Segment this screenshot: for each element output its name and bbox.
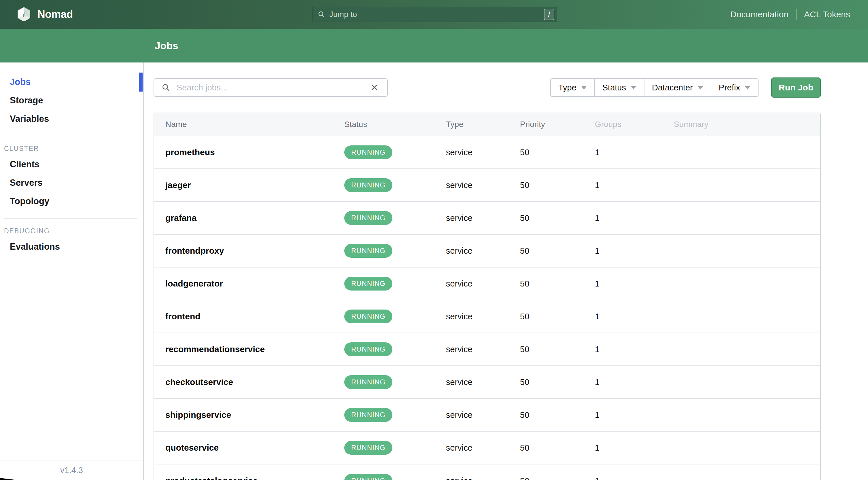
sidebar-item-topology[interactable]: Topology — [0, 192, 143, 211]
status-badge: RUNNING — [344, 342, 392, 356]
sidebar-section-cluster: CLUSTER — [0, 142, 143, 155]
job-name[interactable]: prometheus — [154, 148, 344, 157]
job-name[interactable]: recommendationservice — [154, 344, 344, 354]
jobs-table: Name Status Type Priority Groups Summary… — [154, 113, 821, 480]
job-row[interactable]: frontend RUNNING service 50 1 — [154, 300, 820, 333]
filter-status-button[interactable]: Status — [595, 79, 645, 96]
job-name[interactable]: loadgenerator — [154, 279, 344, 289]
sidebar-item-evaluations[interactable]: Evaluations — [0, 237, 143, 256]
sidebar-active-indicator — [139, 72, 143, 92]
filter-type-button[interactable]: Type — [551, 79, 595, 96]
job-name[interactable]: quoteservice — [154, 443, 344, 453]
job-row[interactable]: checkoutservice RUNNING service 50 1 — [154, 366, 820, 399]
job-priority: 50 — [520, 312, 595, 321]
job-priority: 50 — [520, 148, 595, 157]
job-name[interactable]: checkoutservice — [154, 377, 344, 387]
sidebar-nav: Jobs Storage Variables CLUSTER Clients S… — [0, 62, 144, 480]
job-row[interactable]: prometheus RUNNING service 50 1 — [154, 136, 820, 169]
search-icon — [162, 83, 170, 92]
filter-button-group: Type Status Datacenter Prefix — [550, 78, 758, 97]
job-type: service — [446, 181, 520, 190]
status-badge: RUNNING — [344, 375, 392, 389]
job-row[interactable]: shippingservice RUNNING service 50 1 — [154, 399, 820, 431]
status-badge: RUNNING — [344, 277, 392, 291]
job-name[interactable]: jaeger — [154, 180, 344, 190]
job-priority: 50 — [520, 378, 595, 387]
documentation-link[interactable]: Documentation — [730, 9, 788, 19]
column-header-name[interactable]: Name — [154, 120, 344, 129]
page-header: Jobs — [0, 29, 868, 62]
status-badge: RUNNING — [344, 211, 392, 225]
job-priority: 50 — [520, 181, 595, 190]
toolbar-actions: Type Status Datacenter Prefix — [550, 77, 821, 98]
filter-datacenter-button[interactable]: Datacenter — [645, 79, 711, 96]
job-type: service — [446, 443, 520, 453]
job-row[interactable]: loadgenerator RUNNING service 50 1 — [154, 267, 820, 300]
filter-label: Prefix — [719, 83, 740, 92]
job-groups: 1 — [595, 279, 674, 289]
main-content: ✕ Type Status Datacenter — [144, 62, 868, 480]
search-clear-icon[interactable]: ✕ — [369, 83, 380, 92]
nomad-logo-icon — [17, 7, 31, 22]
jobs-search-input[interactable] — [177, 83, 369, 92]
job-type: service — [446, 148, 520, 157]
job-type: service — [446, 246, 520, 256]
chevron-down-icon — [581, 86, 587, 90]
job-row[interactable]: grafana RUNNING service 50 1 — [154, 202, 820, 235]
column-header-summary: Summary — [674, 120, 820, 129]
sidebar-divider — [4, 136, 137, 136]
nomad-version: v1.4.3 — [0, 460, 143, 480]
job-type: service — [446, 378, 520, 387]
column-header-status[interactable]: Status — [344, 120, 446, 129]
job-groups: 1 — [595, 443, 674, 453]
job-row[interactable]: quoteservice RUNNING service 50 1 — [154, 431, 820, 465]
filter-prefix-button[interactable]: Prefix — [711, 79, 758, 96]
acl-tokens-link[interactable]: ACL Tokens — [804, 9, 850, 19]
filter-label: Status — [602, 83, 626, 92]
job-priority: 50 — [520, 246, 595, 256]
job-type: service — [446, 476, 520, 480]
job-groups: 1 — [595, 181, 674, 190]
job-row[interactable]: jaeger RUNNING service 50 1 — [154, 169, 820, 202]
job-row[interactable]: productcatalogservice RUNNING service 50… — [154, 465, 820, 480]
jump-to-search[interactable]: Jump to / — [312, 7, 557, 22]
sidebar-item-storage[interactable]: Storage — [0, 91, 143, 110]
status-badge: RUNNING — [344, 146, 392, 159]
page-title: Jobs — [155, 40, 178, 52]
job-row[interactable]: frontendproxy RUNNING service 50 1 — [154, 235, 820, 267]
sidebar-item-clients[interactable]: Clients — [0, 155, 143, 173]
topbar-links: Documentation ACL Tokens — [730, 0, 850, 29]
job-name[interactable]: frontend — [154, 312, 344, 321]
chevron-down-icon — [631, 86, 637, 90]
job-groups: 1 — [595, 410, 674, 420]
topbar-link-divider — [796, 9, 797, 20]
sidebar-item-variables[interactable]: Variables — [0, 110, 143, 128]
job-priority: 50 — [520, 443, 595, 453]
column-header-priority[interactable]: Priority — [520, 120, 595, 129]
jobs-toolbar: ✕ Type Status Datacenter — [154, 77, 821, 98]
job-name[interactable]: grafana — [154, 213, 344, 223]
sidebar-item-label: Topology — [10, 196, 49, 206]
job-type: service — [446, 410, 520, 420]
job-priority: 50 — [520, 345, 595, 354]
sidebar-item-servers[interactable]: Servers — [0, 173, 143, 192]
job-groups: 1 — [595, 378, 674, 387]
job-priority: 50 — [520, 410, 595, 420]
column-header-type[interactable]: Type — [446, 120, 520, 129]
column-header-groups: Groups — [595, 120, 674, 129]
nomad-brand-link[interactable]: Nomad — [17, 0, 73, 29]
job-name[interactable]: productcatalogservice — [154, 476, 344, 480]
run-job-button[interactable]: Run Job — [771, 77, 821, 98]
job-groups: 1 — [595, 148, 674, 157]
job-name[interactable]: shippingservice — [154, 410, 344, 420]
sidebar-item-jobs[interactable]: Jobs — [0, 73, 143, 91]
sidebar-item-label: Evaluations — [10, 242, 60, 252]
chevron-down-icon — [745, 86, 750, 90]
job-name[interactable]: frontendproxy — [154, 246, 344, 256]
job-row[interactable]: recommendationservice RUNNING service 50… — [154, 333, 820, 366]
sidebar-divider — [4, 218, 137, 219]
jobs-table-body: prometheus RUNNING service 50 1 jaeger R… — [154, 136, 820, 480]
sidebar-item-label: Jobs — [10, 77, 31, 87]
job-groups: 1 — [595, 345, 674, 354]
jobs-search-box: ✕ — [154, 78, 388, 97]
